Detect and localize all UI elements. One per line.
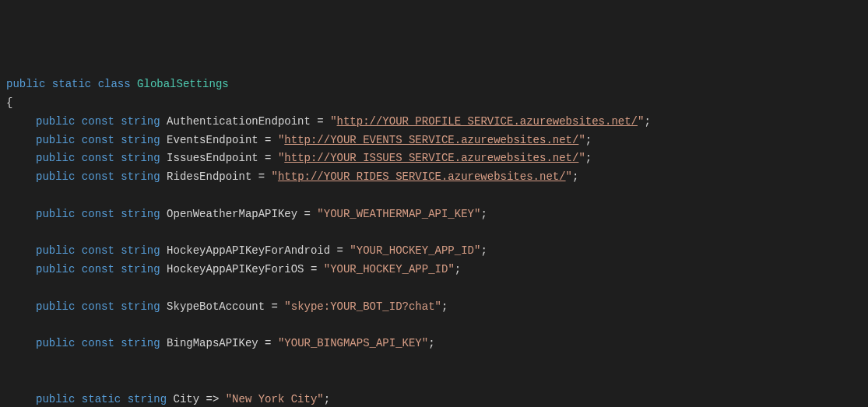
city-value: New York City <box>232 393 317 405</box>
equals-op: = <box>304 263 324 275</box>
events-identifier: EventsEndpoint <box>167 134 258 146</box>
keyword-string: string <box>121 337 160 349</box>
class-declaration-line: public static class GlobalSettings <box>6 75 862 94</box>
rides-endpoint-line: public const string RidesEndpoint = "htt… <box>6 168 862 187</box>
issues-endpoint-line: public const string IssuesEndpoint = "ht… <box>6 149 862 168</box>
quote: " <box>435 300 441 313</box>
semicolon: ; <box>572 170 578 183</box>
auth-endpoint-line: public const string AuthenticationEndpoi… <box>6 113 862 132</box>
owm-line: public const string OpenWeatherMapAPIKey… <box>6 205 862 224</box>
keyword-public: public <box>36 337 75 349</box>
keyword-const: const <box>82 170 114 183</box>
semicolon: ; <box>585 134 592 146</box>
keyword-const: const <box>82 134 114 146</box>
keyword-public: public <box>36 244 75 257</box>
quote: " <box>566 170 572 183</box>
equals-op: = <box>265 300 284 313</box>
hockey-ios-line: public const string HockeyAppAPIKeyForiO… <box>6 261 862 279</box>
code-editor[interactable]: public static class GlobalSettings{publi… <box>6 75 862 407</box>
semicolon: ; <box>480 244 487 257</box>
issues-identifier: IssuesEndpoint <box>167 152 258 164</box>
owm-value: YOUR_WEATHERMAP_API_KEY <box>324 208 474 220</box>
equals-op: = <box>258 337 278 349</box>
events-url-link[interactable]: http://YOUR_EVENTS_SERVICE.azurewebsites… <box>284 134 578 146</box>
blank-line <box>6 317 862 335</box>
auth-identifier: AuthenticationEndpoint <box>167 115 311 128</box>
semicolon: ; <box>644 115 650 128</box>
rides-identifier: RidesEndpoint <box>167 170 251 183</box>
equals-op: = <box>311 115 330 128</box>
keyword-const: const <box>82 115 114 128</box>
hockey-android-line: public const string HockeyAppAPIKeyForAn… <box>6 242 862 261</box>
keyword-string: string <box>128 393 167 405</box>
semicolon: ; <box>324 393 330 405</box>
keyword-const: const <box>82 152 114 164</box>
keyword-string: string <box>121 115 160 128</box>
keyword-string: string <box>121 208 160 220</box>
semicolon: ; <box>455 263 461 275</box>
semicolon: ; <box>480 208 487 220</box>
keyword-const: const <box>82 263 114 275</box>
issues-url-link[interactable]: http://YOUR_ISSUES_SERVICE.azurewebsites… <box>284 152 578 164</box>
hockey-android-value: YOUR_HOCKEY_APP_ID <box>357 244 474 257</box>
open-brace: { <box>6 96 12 109</box>
quote: " <box>317 393 323 405</box>
events-endpoint-line: public const string EventsEndpoint = "ht… <box>6 132 862 150</box>
rides-url-link[interactable]: http://YOUR_RIDES_SERVICE.azurewebsites.… <box>278 170 566 183</box>
keyword-public: public <box>36 152 75 164</box>
bing-identifier: BingMapsAPIKey <box>167 337 258 349</box>
quote: " <box>422 337 428 349</box>
quote: " <box>226 393 232 405</box>
hockey-ios-value: YOUR_HOCKEY_APP_ID <box>330 263 448 275</box>
keyword-public: public <box>36 208 75 220</box>
city-identifier: City <box>173 393 199 405</box>
equals-op: = <box>258 152 278 164</box>
quote: " <box>448 263 454 275</box>
keyword-public: public <box>6 78 45 90</box>
keyword-public: public <box>36 263 75 275</box>
keyword-string: string <box>121 152 160 164</box>
semicolon: ; <box>428 337 434 349</box>
semicolon: ; <box>441 300 448 313</box>
keyword-string: string <box>121 170 160 183</box>
equals-op: = <box>297 208 317 220</box>
keyword-const: const <box>82 244 114 257</box>
bing-value: YOUR_BINGMAPS_API_KEY <box>284 337 421 349</box>
semicolon: ; <box>585 152 592 164</box>
hockey-ios-identifier: HockeyAppAPIKeyForiOS <box>167 263 304 275</box>
keyword-public: public <box>36 393 75 405</box>
blank-line <box>6 187 862 205</box>
keyword-string: string <box>121 263 160 275</box>
blank-line <box>6 279 862 298</box>
quote: " <box>324 263 330 275</box>
hockey-android-identifier: HockeyAppAPIKeyForAndroid <box>167 244 330 257</box>
keyword-string: string <box>121 244 160 257</box>
keyword-static: static <box>52 78 91 90</box>
keyword-class: class <box>98 78 131 90</box>
quote: " <box>578 152 585 164</box>
keyword-const: const <box>82 337 114 349</box>
skype-line: public const string SkypeBotAccount = "s… <box>6 298 862 317</box>
keyword-public: public <box>36 170 75 183</box>
keyword-public: public <box>36 134 75 146</box>
quote: " <box>272 170 278 183</box>
keyword-string: string <box>121 134 160 146</box>
equals-op: = <box>258 134 278 146</box>
skype-identifier: SkypeBotAccount <box>167 300 265 313</box>
keyword-const: const <box>82 300 114 313</box>
keyword-static: static <box>82 393 121 405</box>
bing-line: public const string BingMapsAPIKey = "YO… <box>6 335 862 353</box>
blank-line <box>6 224 862 243</box>
keyword-string: string <box>121 300 160 313</box>
quote: " <box>578 134 585 146</box>
quote: " <box>317 208 323 220</box>
keyword-const: const <box>82 208 114 220</box>
quote: " <box>330 115 336 128</box>
skype-value: skype:YOUR_BOT_ID?chat <box>291 300 435 313</box>
quote: " <box>350 244 356 257</box>
open-brace-line: { <box>6 94 862 113</box>
keyword-public: public <box>36 115 75 128</box>
blank-line <box>6 372 862 391</box>
keyword-public: public <box>36 300 75 313</box>
auth-url-link[interactable]: http://YOUR_PROFILE_SERVICE.azurewebsite… <box>337 115 638 128</box>
